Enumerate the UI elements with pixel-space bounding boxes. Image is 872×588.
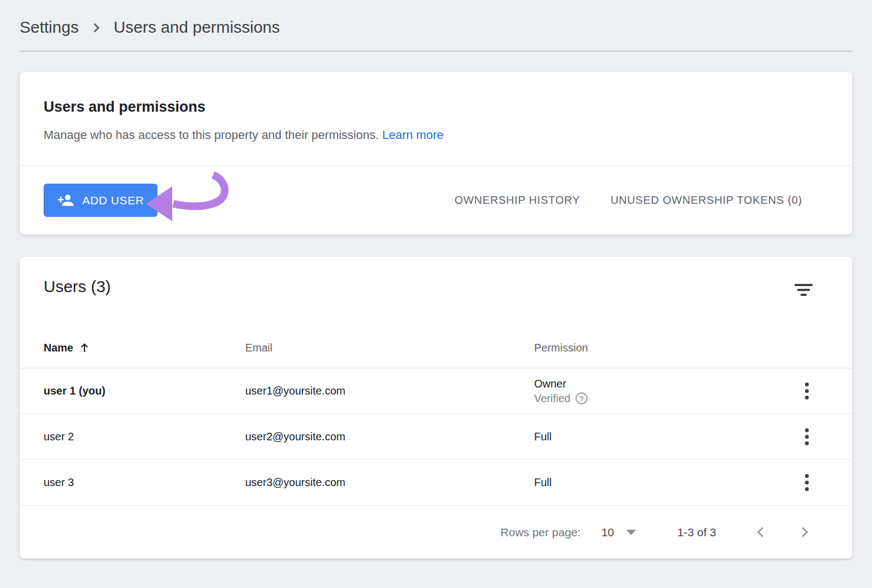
user-name: user 3 <box>44 476 245 489</box>
row-menu-button[interactable] <box>803 472 811 493</box>
description-text: Manage who has access to this property a… <box>44 128 379 142</box>
pagination-range-label: 1-3 of 3 <box>677 526 716 539</box>
page-description: Manage who has access to this property a… <box>44 128 828 143</box>
user-email: user3@yoursite.com <box>245 476 534 489</box>
chevron-right-icon <box>90 23 100 33</box>
kebab-menu-icon <box>805 428 809 445</box>
kebab-menu-icon <box>805 474 809 491</box>
rows-per-page-label: Rows per page: <box>500 526 580 539</box>
add-user-label: ADD USER <box>82 194 144 207</box>
ownership-history-button[interactable]: OWNERSHIP HISTORY <box>455 194 580 207</box>
page-title: Users and permissions <box>44 98 828 116</box>
person-add-icon <box>57 192 74 209</box>
pagination-bar: Rows per page: 10 1-3 of 3 <box>20 506 852 559</box>
user-email: user2@yoursite.com <box>245 431 534 443</box>
sort-ascending-icon <box>80 342 89 353</box>
users-card: Users (3) Name Email Permission <box>20 257 852 559</box>
users-count-title: Users (3) <box>44 276 111 297</box>
column-header-email[interactable]: Email <box>245 342 534 354</box>
settings-page: Settings Users and permissions Users and… <box>0 0 872 559</box>
row-menu-button[interactable] <box>803 380 811 402</box>
add-user-button[interactable]: ADD USER <box>44 184 158 217</box>
unused-ownership-tokens-button[interactable]: UNUSED OWNERSHIP TOKENS (0) <box>610 194 802 207</box>
table-row: user 1 (you) user1@yoursite.com Owner Ve… <box>20 368 852 414</box>
permissions-card: Users and permissions Manage who has acc… <box>20 72 852 235</box>
table-row: user 2 user2@yoursite.com Full <box>20 414 852 460</box>
table-header-row: Name Email Permission <box>20 328 852 368</box>
user-permission: Full <box>534 429 785 444</box>
learn-more-link[interactable]: Learn more <box>382 128 444 142</box>
filter-button[interactable] <box>794 283 814 297</box>
user-name: user 1 (you) <box>44 385 245 397</box>
help-icon[interactable]: ? <box>576 392 588 404</box>
user-email: user1@yoursite.com <box>245 385 534 397</box>
column-header-name[interactable]: Name <box>44 342 245 354</box>
kebab-menu-icon <box>805 383 809 399</box>
table-row: user 3 user3@yoursite.com Full <box>20 460 852 506</box>
user-permission: Owner Verified ? <box>534 377 785 406</box>
previous-page-icon[interactable] <box>757 527 767 537</box>
dropdown-caret-icon[interactable] <box>626 530 636 535</box>
users-card-header: Users (3) <box>20 257 852 297</box>
header-divider <box>20 51 852 52</box>
permissions-card-header: Users and permissions Manage who has acc… <box>20 72 852 165</box>
name-header-label: Name <box>44 342 73 354</box>
rows-per-page-value[interactable]: 10 <box>601 526 614 539</box>
user-permission: Full <box>534 475 785 490</box>
permission-sub-label: Verified <box>534 391 571 406</box>
breadcrumb-current: Users and permissions <box>113 18 280 37</box>
column-header-permission[interactable]: Permission <box>534 342 785 354</box>
actions-row: ADD USER OWNERSHIP HISTORY UNUSED OWNERS… <box>20 166 852 235</box>
user-name: user 2 <box>44 431 245 443</box>
filter-icon <box>795 284 813 296</box>
permission-level: Owner <box>534 377 785 391</box>
breadcrumb-settings[interactable]: Settings <box>20 18 78 37</box>
breadcrumb: Settings Users and permissions <box>20 0 852 37</box>
next-page-icon[interactable] <box>798 527 808 537</box>
row-menu-button[interactable] <box>803 426 811 447</box>
